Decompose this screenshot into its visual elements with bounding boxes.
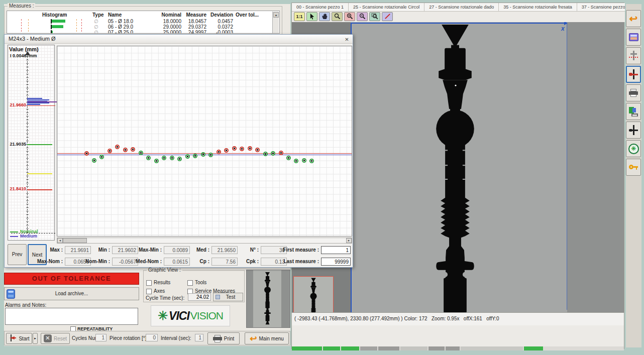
selected-scan-thumbnail[interactable]: [293, 276, 334, 312]
vici-logo-button[interactable]: ✳: [626, 140, 641, 157]
print-report-icon: [628, 106, 638, 116]
piece-rotation-label: Piece rotation [°]:: [110, 335, 148, 341]
pan-hand-button[interactable]: [319, 12, 330, 21]
stat-field-last-measure-[interactable]: 99999: [321, 258, 351, 266]
data-point: [115, 145, 120, 149]
taskbar-segment: [524, 346, 543, 350]
histogram-bar: [27, 98, 42, 99]
data-point: [248, 146, 252, 151]
main-menu-button[interactable]: ↩: [626, 10, 641, 27]
stat-field-first-measure-[interactable]: 1: [321, 246, 351, 254]
column-header[interactable]: Deviation: [203, 12, 233, 18]
measures-table[interactable]: HistogramTypeNameNominalMeasureDeviation…: [7, 11, 280, 34]
zoom-button[interactable]: [332, 12, 343, 21]
histogram-bar: [27, 102, 49, 103]
login-key-button[interactable]: [626, 159, 641, 176]
hist-bar: [52, 25, 63, 28]
checkbox-results[interactable]: [146, 280, 152, 286]
load-archive-button[interactable]: [626, 29, 641, 46]
print-button[interactable]: [626, 84, 641, 101]
tab-1[interactable]: 00 - Scansione pezzo 1: [292, 3, 349, 11]
tolerance-dash: [28, 25, 29, 29]
load-archive-button[interactable]: Load archive...: [4, 287, 139, 300]
pen-icon: [384, 13, 391, 21]
table-cell: 29.0372: [176, 24, 206, 30]
view-right-zone: [567, 22, 624, 312]
start-button[interactable]: Start: [6, 333, 32, 344]
zoom-window-button[interactable]: [369, 12, 380, 21]
reset-button[interactable]: ✕ Reset: [41, 333, 70, 344]
data-point: [92, 158, 96, 163]
select-cursor-button[interactable]: [306, 12, 317, 21]
zoom-out-button[interactable]: [357, 12, 368, 21]
magnifier-box-icon: [371, 13, 378, 21]
scroll-left-icon[interactable]: ◄: [57, 238, 63, 243]
table-cell: 0.0457: [203, 19, 233, 24]
tab-4[interactable]: 35 - Scansione rotazionale fresata: [499, 3, 577, 11]
part-silhouette-mini: [261, 272, 274, 327]
app-root: Measures : HistogramTypeNameNominalMeasu…: [0, 0, 644, 355]
dialog-title[interactable]: M24x3 - Medium Ø: [5, 35, 353, 44]
cycles-num-field[interactable]: 1: [95, 334, 106, 341]
piece-rotation-field[interactable]: 0: [146, 334, 158, 341]
medium-legend-swatch: [10, 236, 18, 237]
tab-5[interactable]: 37 - Scansione pezzo Posiz: [577, 3, 625, 11]
bottom-taskbar-strip: [292, 346, 624, 350]
tab-2[interactable]: 25 - Scansione rotazionale Circol: [349, 3, 424, 11]
scroll-right-icon[interactable]: ►: [346, 238, 352, 243]
tolerance-dash: [28, 30, 29, 34]
data-point: [240, 147, 244, 151]
scale-1-1-button[interactable]: 1:1: [294, 12, 305, 21]
taskbar-segment: [292, 346, 322, 350]
column-header[interactable]: Measure: [176, 12, 206, 18]
stat-label: Max-Min :: [119, 247, 162, 253]
column-header[interactable]: Over tol...: [236, 12, 259, 18]
piece-setup-icon: [628, 125, 638, 136]
measures-scrollbar[interactable]: ▲: [272, 12, 279, 34]
test-button[interactable]: Test: [213, 293, 243, 301]
tolerance-dash: [81, 19, 82, 24]
scroll-thumb[interactable]: [63, 238, 87, 243]
data-point: [201, 152, 205, 157]
taskbar-segment: [400, 346, 427, 350]
main-menu-button[interactable]: ↩ Main menu: [245, 332, 289, 344]
data-point: [279, 151, 283, 155]
checkbox-label: Axes: [154, 288, 165, 294]
column-header[interactable]: Histogram: [42, 12, 67, 18]
scroll-up-icon[interactable]: ▲: [273, 12, 279, 18]
start-dropdown-button[interactable]: ▸: [33, 333, 38, 344]
alarms-notes-input[interactable]: [5, 308, 138, 325]
field-right-border-line: [567, 23, 567, 310]
cycle-time-field[interactable]: 24.02: [188, 293, 211, 301]
x-axis-label: x: [561, 25, 565, 32]
measure-trend-chart[interactable]: [57, 46, 352, 236]
interval-label: Interval (sec):: [161, 335, 191, 341]
interval-field[interactable]: 1: [195, 334, 203, 341]
checkbox-tools[interactable]: [187, 280, 193, 286]
measure-line-button[interactable]: [382, 12, 393, 21]
print-button[interactable]: Print: [207, 332, 240, 344]
tolerance-dash: [21, 30, 22, 34]
start-measure-button[interactable]: [626, 66, 641, 83]
zoom-in-button[interactable]: [344, 12, 355, 21]
print-report-button[interactable]: [626, 103, 641, 120]
graphic-view-title: Graphic View :: [147, 267, 182, 273]
part-program-button[interactable]: [626, 47, 641, 64]
vici-logo-icon: ✳: [628, 144, 639, 154]
hist-bar: [52, 31, 53, 34]
column-header[interactable]: Name: [108, 12, 122, 18]
close-icon[interactable]: ✕: [343, 36, 351, 43]
data-point: [139, 151, 143, 155]
taskbar-segment: [341, 346, 359, 350]
checkbox-axes[interactable]: [146, 289, 152, 294]
controls-bar: Start ▸ ✕ Reset Cycles Num: 1 Piece rota…: [4, 331, 290, 345]
tab-3[interactable]: 27 - Scansione rotazionale dado: [424, 3, 499, 11]
side-toolbar: ↩✳: [626, 4, 641, 347]
nominal-legend-swatch: [10, 231, 18, 232]
data-point: [309, 159, 314, 163]
axis-arrow-icon: [25, 51, 30, 55]
type-diameter-icon: ∅: [94, 19, 98, 24]
piece-setup-button[interactable]: [626, 122, 641, 139]
checkbox-label: Results: [154, 280, 170, 285]
column-header[interactable]: Type: [92, 12, 104, 18]
